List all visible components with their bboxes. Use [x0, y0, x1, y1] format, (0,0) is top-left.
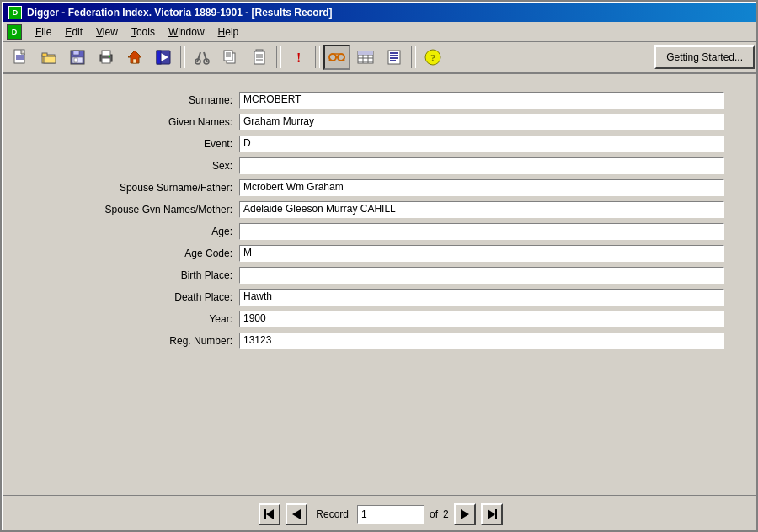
event-row: Event: D — [37, 135, 724, 153]
svg-rect-8 — [73, 51, 79, 55]
menu-help[interactable]: Help — [211, 24, 246, 40]
app-icon: D — [8, 6, 22, 19]
svg-marker-58 — [461, 509, 469, 519]
sep-1 — [180, 46, 185, 68]
birth-place-label: Birth Place: — [37, 269, 239, 281]
spouse-given-names-row: Spouse Gvn Names/Mother: Adelaide Gleeso… — [37, 200, 724, 219]
toolbar: ! — [3, 42, 758, 74]
cut-button[interactable] — [189, 45, 216, 70]
home-button[interactable] — [121, 45, 148, 70]
open-button[interactable] — [35, 45, 62, 70]
year-label: Year: — [37, 313, 239, 325]
menu-app-icon: D — [7, 24, 22, 40]
forward-button[interactable] — [150, 45, 177, 70]
spouse-surname-value: Mcrobert Wm Graham — [239, 179, 724, 196]
paste-button[interactable] — [246, 45, 273, 70]
table-button[interactable] — [352, 45, 379, 70]
first-record-button[interactable] — [259, 503, 280, 525]
svg-text:!: ! — [296, 51, 301, 65]
svg-rect-19 — [157, 51, 161, 64]
svg-rect-37 — [335, 56, 339, 58]
search-button[interactable] — [323, 45, 350, 70]
menu-tools[interactable]: Tools — [125, 24, 162, 40]
sex-value — [239, 157, 724, 174]
spouse-given-names-label: Spouse Gvn Names/Mother: — [37, 204, 239, 215]
record-label: Record — [316, 508, 349, 520]
event-label: Event: — [37, 138, 239, 150]
birth-place-row: Birth Place: — [37, 266, 724, 285]
last-record-button[interactable] — [481, 503, 503, 525]
menu-edit[interactable]: Edit — [58, 24, 89, 40]
sep-2 — [276, 46, 281, 68]
svg-rect-13 — [102, 58, 110, 63]
year-value: 1900 — [239, 311, 724, 327]
sex-row: Sex: — [37, 157, 724, 175]
surname-label: Surname: — [37, 94, 239, 106]
age-value — [239, 223, 724, 240]
of-label: of — [430, 508, 438, 520]
svg-rect-47 — [358, 51, 373, 55]
age-row: Age: — [37, 222, 724, 241]
age-code-value: M — [239, 245, 724, 262]
sep-4 — [411, 46, 416, 68]
svg-marker-56 — [266, 509, 274, 519]
spouse-given-names-value: Adelaide Gleeson Murray CAHILL — [239, 201, 724, 218]
age-code-row: Age Code: M — [37, 244, 724, 263]
death-place-label: Death Place: — [37, 291, 239, 303]
spouse-surname-row: Spouse Surname/Father: Mcrobert Wm Graha… — [37, 178, 724, 197]
death-place-value: Hawth — [239, 289, 724, 306]
copy-button[interactable] — [217, 45, 244, 70]
navigation-bar: Record of 2 — [3, 495, 758, 532]
svg-rect-16 — [133, 59, 136, 63]
death-place-row: Death Place: Hawth — [37, 288, 724, 306]
svg-line-38 — [329, 59, 331, 61]
next-record-button[interactable] — [454, 503, 476, 525]
svg-line-39 — [343, 59, 344, 61]
age-code-label: Age Code: — [37, 247, 239, 259]
given-names-value: Graham Murray — [239, 114, 724, 130]
svg-rect-6 — [44, 56, 56, 63]
title-bar: D Digger - Federation Index. Victoria 18… — [3, 3, 758, 22]
surname-row: Surname: MCROBERT — [37, 91, 724, 109]
spouse-surname-label: Spouse Surname/Father: — [37, 182, 239, 194]
event-value: D — [239, 136, 724, 152]
age-label: Age: — [37, 226, 239, 237]
record-input[interactable] — [357, 505, 424, 524]
menu-view[interactable]: View — [89, 24, 125, 40]
year-row: Year: 1900 — [37, 310, 724, 328]
reg-number-value: 13123 — [239, 332, 724, 349]
given-names-row: Given Names: Graham Murray — [37, 113, 724, 131]
info-button[interactable]: ! — [285, 45, 312, 70]
svg-rect-10 — [74, 58, 77, 62]
report-button[interactable] — [381, 45, 408, 70]
surname-value: MCROBERT — [239, 92, 724, 109]
svg-rect-25 — [224, 51, 232, 61]
save-button[interactable] — [64, 45, 91, 70]
prev-record-button[interactable] — [286, 503, 307, 525]
svg-marker-60 — [488, 509, 495, 519]
sep-3 — [315, 46, 320, 68]
getting-started-button[interactable]: Getting Started... — [654, 45, 755, 69]
menu-file[interactable]: File — [29, 24, 58, 40]
given-names-label: Given Names: — [37, 116, 239, 128]
print-button[interactable] — [93, 45, 120, 70]
record-form: Surname: MCROBERT Given Names: Graham Mu… — [3, 74, 758, 362]
sex-label: Sex: — [37, 160, 239, 172]
new-button[interactable] — [7, 45, 34, 70]
reg-number-row: Reg. Number: 13123 — [37, 332, 724, 350]
birth-place-value — [239, 267, 724, 284]
total-records: 2 — [443, 508, 449, 520]
reg-number-label: Reg. Number: — [37, 335, 239, 347]
svg-rect-5 — [42, 53, 47, 56]
svg-text:?: ? — [430, 51, 436, 64]
menu-window[interactable]: Window — [162, 24, 211, 40]
help-button[interactable]: ? — [419, 45, 446, 70]
svg-rect-14 — [109, 56, 110, 57]
svg-marker-57 — [292, 509, 301, 519]
svg-rect-12 — [102, 51, 110, 56]
window-title: Digger - Federation Index. Victoria 1889… — [27, 7, 333, 19]
menu-bar: D File Edit View Tools Window Help — [3, 22, 758, 42]
